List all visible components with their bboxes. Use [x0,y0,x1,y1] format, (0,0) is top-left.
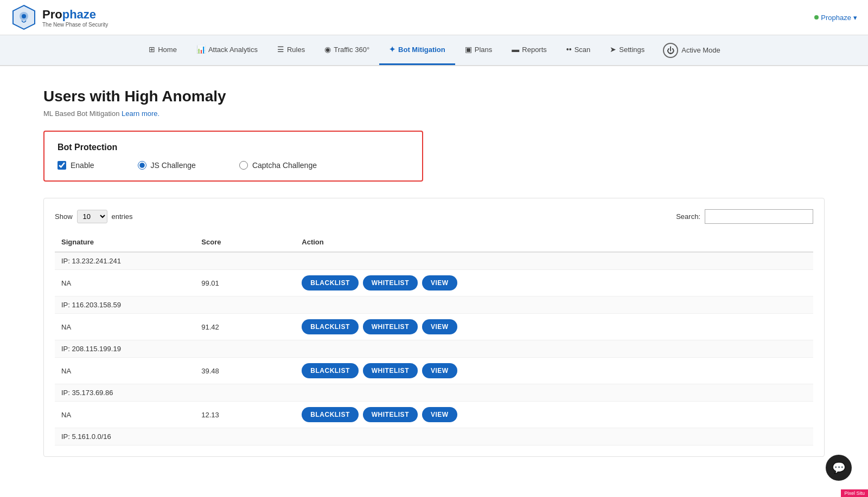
logo-text: Prophaze The New Phase of Security [42,8,108,28]
home-icon: ⊞ [149,45,155,54]
nav-label-traffic: Traffic 360° [334,46,369,54]
nav-item-reports[interactable]: ▬ Reports [502,35,557,65]
nav-item-settings[interactable]: ➤ Settings [600,35,654,65]
active-mode-button[interactable]: ⏻ Active Mode [654,37,729,63]
btn-view[interactable]: VIEW [422,275,457,291]
logo-icon [11,4,37,30]
chat-button[interactable]: 💬 [826,455,852,479]
ip-address: IP: 35.173.69.86 [55,384,813,402]
main-content: Users with High Anomaly ML Based Bot Mit… [0,66,868,479]
user-menu[interactable]: Prophaze ▾ [814,14,857,22]
cell-signature: NA [55,358,195,384]
cell-score: 91.42 [195,314,295,340]
chat-icon: 💬 [832,461,846,474]
nav-label-bot-mitigation: Bot Mitigation [398,46,445,54]
plans-icon: ▣ [465,45,472,54]
bot-mitigation-icon: ✦ [389,45,395,54]
scan-icon: •• [566,45,572,54]
js-challenge-label: JS Challenge [151,161,196,170]
table-section: Show 10 25 50 100 entries Search: Signat… [43,198,825,457]
captcha-challenge-radio[interactable] [239,161,248,170]
cell-action: BLACKLISTWHITELISTVIEW [295,358,813,384]
main-nav: ⊞ Home 📊 Attack Analytics ☰ Rules ◉ Traf… [0,35,868,66]
enable-option[interactable]: Enable [58,161,94,170]
page-title: Users with High Anomaly [43,88,825,105]
btn-blacklist[interactable]: BLACKLIST [302,275,359,291]
cell-action: BLACKLISTWHITELISTVIEW [295,402,813,428]
btn-whitelist[interactable]: WHITELIST [363,363,418,378]
ip-address: IP: 116.203.158.59 [55,296,813,314]
brand-name: Prophaze [42,8,108,22]
table-row: NA12.13BLACKLISTWHITELISTVIEW [55,402,813,428]
rules-icon: ☰ [277,45,284,54]
nav-item-bot-mitigation[interactable]: ✦ Bot Mitigation [379,35,455,65]
table-row: NA39.48BLACKLISTWHITELISTVIEW [55,358,813,384]
btn-whitelist[interactable]: WHITELIST [363,275,418,291]
btn-whitelist[interactable]: WHITELIST [363,407,418,422]
search-area: Search: [676,209,813,224]
nav-item-attack-analytics[interactable]: 📊 Attack Analytics [187,35,267,65]
btn-view[interactable]: VIEW [422,363,457,378]
js-challenge-radio[interactable] [138,161,146,170]
entries-label: entries [112,212,133,221]
nav-label-attack-analytics: Attack Analytics [208,46,258,54]
col-score: Score [195,233,295,252]
nav-label-scan: Scan [575,46,591,54]
page-subtitle: ML Based Bot Mitigation Learn more. [43,109,825,118]
search-input[interactable] [705,209,813,224]
captcha-challenge-option[interactable]: Captcha Challenge [239,161,317,170]
table-ip-row: IP: 5.161.0.0/16 [55,428,813,446]
bot-protection-box: Bot Protection Enable JS Challenge Captc… [43,131,423,182]
table-row: NA99.01BLACKLISTWHITELISTVIEW [55,270,813,296]
nav-label-home: Home [158,46,177,54]
btn-whitelist[interactable]: WHITELIST [363,319,418,334]
js-challenge-option[interactable]: JS Challenge [138,161,196,170]
col-action: Action [295,233,813,252]
btn-blacklist[interactable]: BLACKLIST [302,363,359,378]
action-buttons: BLACKLISTWHITELISTVIEW [302,319,807,334]
user-name: Prophaze [821,14,851,22]
nav-item-plans[interactable]: ▣ Plans [455,35,502,65]
reports-icon: ▬ [512,45,519,54]
brand-tagline: The New Phase of Security [42,22,108,28]
cell-signature: NA [55,402,195,428]
top-bar: Prophaze The New Phase of Security Proph… [0,0,868,35]
action-buttons: BLACKLISTWHITELISTVIEW [302,275,807,291]
table-controls: Show 10 25 50 100 entries Search: [55,209,813,224]
power-icon: ⏻ [663,43,678,58]
action-buttons: BLACKLISTWHITELISTVIEW [302,407,807,422]
cell-score: 12.13 [195,402,295,428]
btn-blacklist[interactable]: BLACKLIST [302,319,359,334]
btn-view[interactable]: VIEW [422,407,457,422]
action-buttons: BLACKLISTWHITELISTVIEW [302,363,807,378]
nav-item-home[interactable]: ⊞ Home [139,35,187,65]
traffic-icon: ◉ [324,45,331,54]
table-ip-row: IP: 13.232.241.241 [55,252,813,270]
ip-address: IP: 208.115.199.19 [55,340,813,358]
table-ip-row: IP: 116.203.158.59 [55,296,813,314]
ip-address: IP: 13.232.241.241 [55,252,813,270]
nav-label-reports: Reports [522,46,547,54]
entries-select[interactable]: 10 25 50 100 [77,210,107,223]
table-row: NA91.42BLACKLISTWHITELISTVIEW [55,314,813,340]
nav-label-plans: Plans [475,46,493,54]
svg-point-3 [22,14,26,18]
nav-item-traffic[interactable]: ◉ Traffic 360° [315,35,379,65]
page-subtitle-text: ML Based Bot Mitigation [43,109,119,118]
show-label: Show [55,212,73,221]
learn-more-link[interactable]: Learn more. [122,109,159,118]
nav-item-scan[interactable]: •• Scan [557,35,600,65]
cell-action: BLACKLISTWHITELISTVIEW [295,314,813,340]
cell-signature: NA [55,314,195,340]
enable-checkbox[interactable] [58,161,66,170]
table-ip-row: IP: 208.115.199.19 [55,340,813,358]
search-label: Search: [676,212,700,221]
user-chevron-icon: ▾ [853,14,857,22]
anomaly-table: Signature Score Action IP: 13.232.241.24… [55,233,813,446]
captcha-challenge-label: Captcha Challenge [252,161,317,170]
cell-score: 39.48 [195,358,295,384]
btn-blacklist[interactable]: BLACKLIST [302,407,359,422]
logo-area: Prophaze The New Phase of Security [11,4,108,30]
nav-item-rules[interactable]: ☰ Rules [267,35,315,65]
btn-view[interactable]: VIEW [422,319,457,334]
